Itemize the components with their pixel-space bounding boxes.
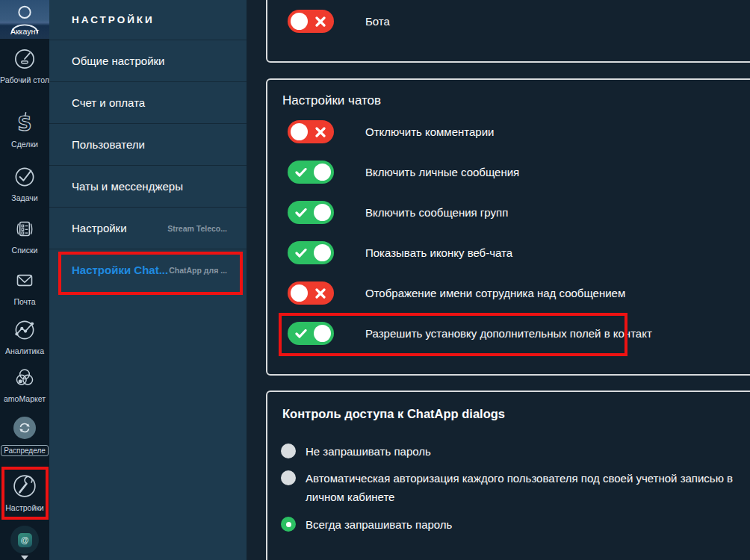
toggle-label: Показывать иконку веб-чата bbox=[365, 246, 512, 259]
main-content: Бота Настройки чатов Отключить комментар… bbox=[247, 0, 750, 560]
toggle-label: Включить личные сообщения bbox=[365, 166, 519, 178]
sidebar-item-deals[interactable]: S Сделки bbox=[0, 109, 49, 149]
toggle-label: Отображение имени сотрудника над сообщен… bbox=[365, 287, 625, 299]
settings-wrench-icon bbox=[10, 471, 40, 501]
toggle-row: Отключить комментарии bbox=[288, 120, 334, 143]
distribution-swap-icon bbox=[13, 417, 36, 439]
x-icon bbox=[315, 288, 326, 299]
sidebar-item-label: Настройки bbox=[5, 503, 44, 513]
toggle-knob bbox=[314, 164, 331, 181]
x-icon bbox=[315, 16, 326, 27]
check-icon bbox=[295, 168, 307, 177]
sidebar-item-label: Аккаунт bbox=[0, 27, 49, 37]
toggle-label: Бота bbox=[365, 15, 390, 28]
toggle-bot[interactable] bbox=[288, 10, 334, 33]
toggle-knob bbox=[314, 204, 331, 221]
menu-item-billing[interactable]: Счет и оплата bbox=[49, 81, 247, 123]
sidebar-item-settings[interactable]: Настройки bbox=[0, 471, 49, 513]
sidebar-item-distribution[interactable]: Распределе bbox=[0, 417, 49, 456]
radio-unchecked-icon bbox=[281, 470, 296, 485]
toggle-knob bbox=[291, 13, 308, 30]
toggle-row: Разрешить установку дополнительных полей… bbox=[288, 322, 334, 345]
task-check-icon bbox=[10, 163, 39, 191]
toggle-label: Разрешить установку дополнительных полей… bbox=[365, 327, 652, 340]
toggle-row: Бота bbox=[288, 10, 334, 33]
menu-item-note: ChatApp для ... bbox=[169, 266, 227, 275]
toggle-private-messages[interactable] bbox=[288, 161, 334, 184]
toggle-row: Показывать иконку веб-чата bbox=[288, 241, 334, 264]
menu-item-users[interactable]: Пользователи bbox=[49, 123, 247, 165]
card-title: Контроль доступа к ChatApp dialogs bbox=[282, 407, 505, 421]
check-icon bbox=[295, 208, 307, 217]
menu-item-general-settings[interactable]: Общие настройки bbox=[49, 40, 247, 81]
check-icon bbox=[295, 329, 307, 338]
analytics-chart-icon bbox=[10, 316, 39, 344]
sidebar-item-label: Аналитика bbox=[5, 346, 44, 356]
sidebar-item-analytics[interactable]: Аналитика bbox=[0, 316, 49, 356]
sidebar-item-desktop[interactable]: Рабочий стол bbox=[0, 45, 49, 85]
list-clipboard-icon bbox=[10, 215, 39, 243]
dashboard-gauge-icon bbox=[10, 45, 39, 73]
sidebar-item-tasks[interactable]: Задачи bbox=[0, 163, 49, 203]
bot-settings-card: Бота bbox=[266, 0, 750, 63]
sidebar-item-label: Распределе bbox=[1, 445, 49, 456]
toggle-extra-contact-fields[interactable] bbox=[288, 322, 334, 345]
menu-item-chats-messengers[interactable]: Чаты и мессенджеры bbox=[49, 165, 247, 207]
sidebar-item-account[interactable]: Аккаунт bbox=[0, 0, 49, 39]
menu-header: НАСТРОЙКИ bbox=[49, 0, 247, 40]
toggle-group-messages[interactable] bbox=[288, 201, 334, 224]
chat-settings-card: Настройки чатов Отключить комментарии bbox=[266, 78, 750, 376]
sidebar-item-label: Почта bbox=[13, 297, 35, 307]
toggle-knob bbox=[314, 325, 331, 342]
deals-dollar-icon: S bbox=[10, 109, 39, 137]
sidebar-item-label: Сделки bbox=[11, 140, 38, 149]
check-icon bbox=[295, 249, 307, 258]
toggle-row: Включить личные сообщения bbox=[288, 161, 334, 184]
toggle-webchat-icon[interactable] bbox=[288, 241, 334, 264]
sidebar-item-lists[interactable]: Списки bbox=[0, 215, 49, 255]
radio-checked-icon bbox=[281, 517, 296, 532]
sidebar-item-label: amoМаркет bbox=[4, 394, 46, 404]
radio-option-always-password[interactable]: Всегда запрашивать пароль bbox=[281, 517, 452, 532]
toggle-knob bbox=[314, 244, 331, 261]
radio-option-no-password[interactable]: Не запрашивать пароль bbox=[281, 444, 431, 459]
toggle-disable-comments[interactable] bbox=[288, 120, 334, 143]
toggle-knob bbox=[291, 284, 308, 302]
toggle-row: Отображение имени сотрудника над сообщен… bbox=[288, 281, 334, 305]
sidebar-account-switcher[interactable]: @ bbox=[0, 526, 49, 560]
access-control-card: Контроль доступа к ChatApp dialogs Не за… bbox=[266, 391, 750, 560]
radio-unchecked-icon bbox=[281, 444, 296, 458]
envelope-icon bbox=[10, 267, 39, 295]
toggle-label: Отключить комментарии bbox=[365, 125, 494, 138]
radio-option-auto-auth[interactable]: Автоматическая авторизация каждого польз… bbox=[281, 470, 733, 505]
sidebar-item-label: Рабочий стол bbox=[0, 75, 49, 85]
app-window: Аккаунт Рабочий стол S Сделки bbox=[0, 0, 750, 560]
sidebar-item-label: Списки bbox=[12, 246, 38, 255]
toggle-knob bbox=[291, 123, 308, 140]
menu-item-settings-stream[interactable]: Настройки Stream Teleco... bbox=[49, 207, 247, 249]
amomarket-circles-icon bbox=[10, 364, 39, 392]
toggle-row: Включить сообщения групп bbox=[288, 201, 334, 224]
sidebar-item-amomarket[interactable]: amoМаркет bbox=[0, 364, 49, 404]
toggle-employee-name[interactable] bbox=[288, 281, 334, 305]
menu-item-settings-chatapp[interactable]: Настройки Chat... ChatApp для ... bbox=[49, 249, 247, 290]
icon-sidebar: Аккаунт Рабочий стол S Сделки bbox=[0, 0, 49, 560]
menu-item-note: Stream Teleco... bbox=[167, 224, 227, 233]
x-icon bbox=[315, 127, 326, 137]
sidebar-item-label: Задачи bbox=[11, 193, 37, 203]
settings-menu-panel: НАСТРОЙКИ Общие настройки Счет и оплата … bbox=[49, 0, 247, 560]
card-title: Настройки чатов bbox=[282, 93, 381, 108]
chevron-down-icon bbox=[21, 556, 28, 560]
toggle-label: Включить сообщения групп bbox=[365, 206, 508, 219]
sidebar-item-mail[interactable]: Почта bbox=[0, 267, 49, 307]
amocrm-logo-icon: @ bbox=[10, 526, 39, 554]
